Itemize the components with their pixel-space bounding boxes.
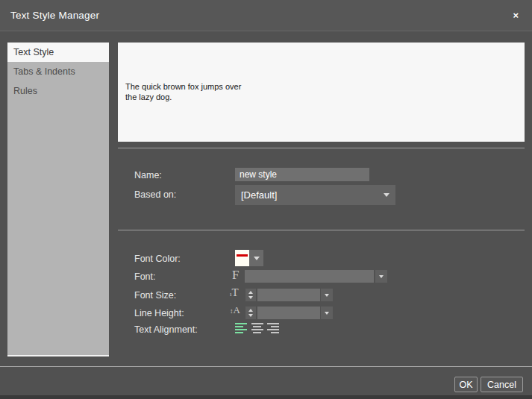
font-color-label: Font Color: (134, 254, 181, 264)
font-size-dropdown-button[interactable] (321, 289, 333, 301)
line-height-label: Line Height: (134, 308, 184, 318)
chevron-down-icon (254, 257, 260, 260)
titlebar: Text Style Manager × (0, 0, 532, 31)
sidebar: Text Style Tabs & Indents Rules (7, 43, 109, 356)
chevron-down-icon (325, 294, 329, 297)
close-icon[interactable]: × (510, 9, 522, 22)
dialog-title: Text Style Manager (10, 10, 99, 21)
spinner-up-icon[interactable] (248, 291, 253, 294)
font-label: Font: (134, 271, 156, 282)
based-on-label: Based on: (134, 189, 176, 200)
divider-top (118, 148, 525, 148)
divider-middle (118, 230, 525, 230)
font-dropdown-button[interactable] (375, 270, 387, 283)
line-height-input[interactable] (257, 307, 320, 319)
chevron-down-icon (325, 312, 329, 315)
text-style-manager-dialog: Text Style Manager × Text Style Tabs & I… (0, 0, 532, 399)
align-center-icon[interactable] (251, 321, 263, 334)
align-left-icon[interactable] (235, 321, 248, 334)
style-preview-pane: The quick brown fox jumps over the lazy … (118, 43, 525, 142)
footer-divider (0, 366, 532, 367)
based-on-dropdown[interactable]: [Default] (235, 185, 395, 205)
line-height-icon: ↕A (230, 304, 240, 316)
chevron-down-icon (384, 193, 389, 197)
preview-sample-text: The quick brown fox jumps over the lazy … (125, 81, 248, 102)
based-on-value: [Default] (241, 189, 277, 201)
font-size-icon: ıT (230, 286, 239, 299)
ok-button[interactable]: OK (454, 377, 478, 392)
cancel-button[interactable]: Cancel (481, 377, 523, 392)
spinner-down-icon[interactable] (248, 296, 253, 299)
spinner-down-icon[interactable] (248, 314, 253, 317)
font-icon: F (232, 268, 239, 283)
name-label: Name: (134, 170, 162, 180)
font-size-label: Font Size: (134, 290, 176, 301)
text-alignment-group (235, 321, 279, 334)
sidebar-item-text-style[interactable]: Text Style (7, 43, 109, 62)
font-size-stepper[interactable] (245, 289, 256, 301)
line-height-stepper[interactable] (245, 307, 256, 319)
font-size-input[interactable] (257, 289, 320, 301)
chevron-down-icon (379, 275, 384, 278)
dialog-bottom-edge (0, 395, 532, 399)
font-color-swatch[interactable] (235, 250, 249, 266)
name-input[interactable] (235, 168, 369, 181)
sidebar-item-tabs-indents[interactable]: Tabs & Indents (7, 62, 109, 81)
font-color-red-line (237, 254, 248, 257)
font-color-dropdown-button[interactable] (249, 250, 263, 266)
spinner-up-icon[interactable] (248, 309, 253, 312)
font-input[interactable] (245, 270, 374, 283)
sidebar-item-rules[interactable]: Rules (7, 81, 109, 101)
align-right-icon[interactable] (266, 321, 279, 334)
text-alignment-label: Text Alignment: (134, 324, 198, 335)
line-height-dropdown-button[interactable] (321, 307, 333, 319)
